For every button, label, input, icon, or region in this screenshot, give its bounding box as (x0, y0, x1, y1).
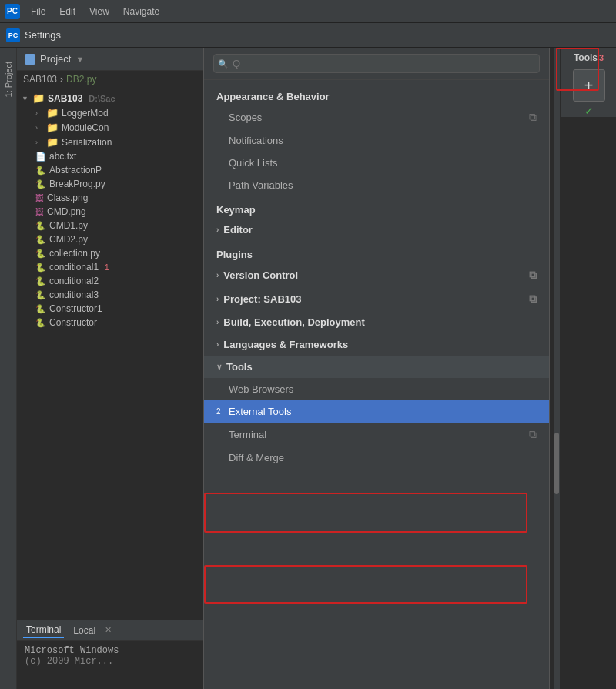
settings-collapsible-vcs[interactable]: › Version Control ⧉ (204, 263, 549, 287)
project-stripe-label[interactable]: 1: Project (2, 55, 15, 103)
section-header-appearance: Appearance & Behavior (204, 83, 549, 105)
menu-edit[interactable]: Edit (53, 4, 82, 19)
item-label: conditional2 (49, 276, 99, 286)
item-label-external-tools: External Tools (229, 406, 291, 417)
scrollbar-thumb[interactable] (554, 433, 559, 494)
folder-icon: 📁 (46, 136, 59, 148)
list-item[interactable]: 🐍 conditional2 (17, 274, 203, 288)
list-item[interactable]: 🐍 Constructor1 (17, 302, 203, 316)
chevron-down-icon: ∨ (216, 363, 222, 371)
add-tool-button[interactable]: + (573, 69, 605, 102)
copy-icon: ⧉ (529, 269, 537, 282)
py-file-icon: 🐍 (35, 235, 46, 245)
project-label: Project (40, 53, 71, 65)
tab-terminal[interactable]: Terminal (23, 623, 64, 638)
list-item[interactable]: 🐍 CMD1.py (17, 219, 203, 232)
breadcrumb-project[interactable]: SAB103 (23, 74, 57, 85)
list-item[interactable]: 🐍 BreakProg.py (17, 177, 203, 191)
label-vcs: Version Control (223, 269, 298, 281)
settings-item-quicklists[interactable]: Quick Lists (204, 152, 549, 174)
list-item[interactable]: › 📁 LoggerMod (17, 105, 203, 120)
annotation-1: 1 (105, 263, 109, 272)
settings-item-notifications[interactable]: Notifications (204, 129, 549, 152)
settings-item-scopes[interactable]: Scopes ⧉ (204, 105, 549, 129)
list-item[interactable]: 🖼 Class.png (17, 191, 203, 205)
settings-list: Appearance & Behavior Scopes ⧉ Notificat… (204, 80, 549, 689)
tab-logo: PC (6, 28, 20, 42)
menu-view[interactable]: View (83, 4, 116, 19)
py-file-icon: 🐍 (35, 221, 46, 231)
chevron-right-icon: › (216, 318, 219, 326)
settings-item-terminal[interactable]: Terminal ⧉ (204, 423, 549, 447)
settings-item-pathvars[interactable]: Path Variables (204, 174, 549, 196)
file-tree-content: ▼ 📁 SAB103 D:\Sac › 📁 LoggerMod › 📁 Modu… (17, 88, 203, 620)
tab-local[interactable]: Local (70, 624, 99, 637)
settings-search-input[interactable] (213, 54, 540, 73)
settings-item-external-tools[interactable]: 2 External Tools (204, 400, 549, 423)
menu-file[interactable]: File (25, 4, 52, 19)
py-file-icon: 🐍 (35, 276, 46, 286)
list-item[interactable]: 🐍 Constructor (17, 316, 203, 329)
img-file-icon: 🖼 (35, 207, 44, 216)
settings-collapsible-editor[interactable]: › Editor (204, 219, 549, 241)
tools-badge: 3 (599, 53, 604, 62)
settings-collapsible-languages[interactable]: › Languages & Frameworks (204, 333, 549, 356)
menu-navigate[interactable]: Navigate (117, 4, 166, 19)
root-name: SAB103 (48, 93, 82, 104)
breadcrumb: SAB103 › DB2.py (17, 71, 203, 88)
folder-icon: 📁 (46, 107, 59, 119)
copy-icon: ⧉ (529, 111, 537, 124)
item-label: Constructor (49, 317, 97, 328)
scrollbar-track[interactable] (554, 48, 560, 689)
settings-tab-label[interactable]: Settings (25, 29, 61, 41)
list-item[interactable]: 🐍 AbstractionP (17, 163, 203, 177)
label-build: Build, Execution, Deployment (223, 316, 364, 328)
file-tree-header: Project ▼ (17, 48, 203, 71)
item-label: ModuleCon (62, 122, 109, 133)
label-project: Project: SAB103 (223, 293, 301, 305)
list-item[interactable]: › 📁 Serialization (17, 135, 203, 149)
py-file-icon: 🐍 (35, 318, 46, 328)
section-header-plugins: Plugins (204, 241, 549, 263)
settings-item-web-browsers[interactable]: Web Browsers (204, 378, 549, 400)
root-path: D:\Sac (89, 94, 115, 103)
list-item[interactable]: 🐍 conditional3 (17, 288, 203, 302)
item-label: BreakProg.py (49, 179, 105, 189)
label-languages: Languages & Frameworks (223, 339, 348, 350)
settings-search-container (204, 48, 549, 80)
chevron-right-icon: › (216, 226, 219, 234)
item-label-pathvars: Path Variables (229, 179, 293, 191)
item-label: Constructor1 (49, 303, 102, 314)
breadcrumb-file[interactable]: DB2.py (66, 74, 96, 85)
list-item[interactable]: 🐍 collection.py (17, 246, 203, 260)
settings-collapsible-project[interactable]: › Project: SAB103 ⧉ (204, 287, 549, 311)
item-label: abc.txt (49, 151, 76, 162)
plus-icon: + (584, 77, 594, 95)
item-label: CMD.png (47, 206, 86, 217)
project-icon (25, 54, 35, 65)
bottom-panel: Terminal Local ✕ Microsoft Windows (c) 2… (17, 620, 203, 689)
project-dropdown-icon[interactable]: ▼ (75, 55, 84, 64)
annotation-2: 2 (216, 407, 221, 416)
item-label-scopes: Scopes (229, 112, 262, 123)
txt-file-icon: 📄 (35, 152, 46, 162)
item-label: LoggerMod (62, 108, 109, 119)
root-folder-icon: 📁 (32, 92, 45, 104)
settings-collapsible-tools[interactable]: ∨ Tools (204, 356, 549, 378)
chevron-right-icon: › (216, 340, 219, 349)
settings-panel: Appearance & Behavior Scopes ⧉ Notificat… (203, 48, 550, 689)
settings-item-diff-merge[interactable]: Diff & Merge (204, 447, 549, 469)
close-tab-icon[interactable]: ✕ (105, 625, 112, 635)
list-item[interactable]: › 📁 ModuleCon (17, 120, 203, 135)
item-label: AbstractionP (49, 165, 102, 176)
list-item[interactable]: 🐍 conditional1 1 (17, 260, 203, 274)
settings-collapsible-build[interactable]: › Build, Execution, Deployment (204, 311, 549, 333)
terminal-line-1: Microsoft Windows (25, 645, 196, 656)
item-label: Serialization (62, 137, 112, 148)
list-item[interactable]: 🐍 CMD2.py (17, 232, 203, 246)
list-item[interactable]: 🖼 CMD.png (17, 205, 203, 219)
tree-root[interactable]: ▼ 📁 SAB103 D:\Sac (17, 91, 203, 105)
search-wrap (213, 54, 540, 73)
copy-icon: ⧉ (529, 428, 537, 441)
list-item[interactable]: 📄 abc.txt (17, 149, 203, 163)
